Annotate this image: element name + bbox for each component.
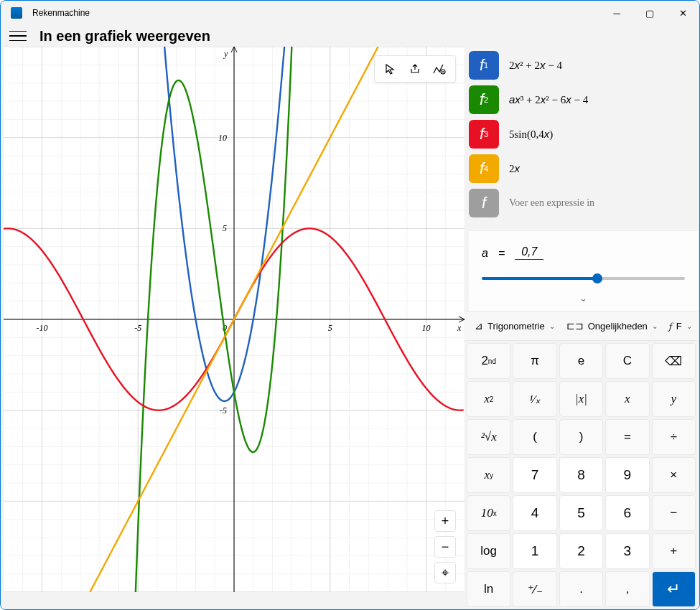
key-ln[interactable]: ln bbox=[467, 571, 510, 607]
key-x[interactable]: x2 bbox=[467, 381, 510, 417]
category-icon: 𝑓 bbox=[669, 320, 672, 332]
key-([interactable]: ( bbox=[513, 419, 556, 455]
key-4[interactable]: 4 bbox=[513, 495, 556, 531]
key-3[interactable]: 3 bbox=[605, 533, 649, 569]
category-label: F bbox=[676, 321, 682, 332]
key-1[interactable]: 1 bbox=[513, 533, 556, 569]
key-log[interactable]: log bbox=[467, 533, 510, 569]
key-y[interactable]: y bbox=[652, 381, 696, 417]
zoom-reset-button[interactable]: ⌖ bbox=[434, 562, 456, 583]
function-expression: 5sin(0,4x) bbox=[509, 128, 553, 141]
key-2[interactable]: 2nd bbox=[467, 343, 510, 379]
category-f[interactable]: 𝑓F⌄ bbox=[665, 320, 696, 332]
svg-text:10: 10 bbox=[422, 323, 431, 333]
function-expression: ax³ + 2x² − 6x − 4 bbox=[509, 93, 588, 106]
variable-value[interactable]: 0,7 bbox=[515, 245, 543, 260]
chevron-down-icon: ⌄ bbox=[549, 322, 555, 330]
key-⁺⁄₋[interactable]: ⁺⁄₋ bbox=[513, 571, 556, 607]
key-10[interactable]: 10x bbox=[467, 495, 510, 531]
svg-text:-5: -5 bbox=[220, 405, 227, 416]
svg-text:-5: -5 bbox=[134, 323, 141, 333]
function-chip[interactable]: f3 bbox=[469, 120, 499, 149]
graph-settings-icon[interactable] bbox=[429, 59, 449, 79]
content-row: -10-5510-55100xy + − ⌖ f12x² + 2x − 4f2a… bbox=[1, 47, 699, 609]
function-chip[interactable]: f1 bbox=[469, 51, 499, 80]
key-x[interactable]: x bbox=[605, 381, 649, 417]
chevron-down-icon: ⌄ bbox=[652, 322, 658, 330]
key-6[interactable]: 6 bbox=[605, 495, 649, 531]
close-button[interactable]: ✕ bbox=[666, 1, 699, 25]
svg-text:-10: -10 bbox=[37, 323, 48, 333]
zoom-controls: + − ⌖ bbox=[434, 510, 456, 583]
key-8[interactable]: 8 bbox=[559, 457, 603, 493]
minimize-button[interactable]: ─ bbox=[600, 1, 633, 25]
expand-chevron-icon[interactable]: ⌄ bbox=[482, 293, 685, 304]
key-+[interactable]: + bbox=[652, 533, 696, 569]
titlebar: Rekenmachine ─ ▢ ✕ bbox=[1, 1, 699, 25]
key-9[interactable]: 9 bbox=[605, 457, 649, 493]
category-label: Ongelijkheden bbox=[588, 321, 648, 332]
hamburger-button[interactable] bbox=[9, 27, 27, 44]
keypad: 2ndπeC⌫x2¹⁄ₓ|x|xy²√x()=÷xy789×10x456−log… bbox=[465, 341, 698, 609]
category-icon: ⊏⊐ bbox=[566, 320, 584, 332]
key-x[interactable]: xy bbox=[467, 457, 510, 493]
key-↵[interactable]: ↵ bbox=[652, 571, 696, 607]
maximize-button[interactable]: ▢ bbox=[633, 1, 666, 25]
function-expression: 2x² + 2x − 4 bbox=[509, 59, 562, 72]
share-tool-icon[interactable] bbox=[405, 59, 425, 79]
key-π[interactable]: π bbox=[513, 343, 556, 379]
function-row-1[interactable]: f12x² + 2x − 4 bbox=[469, 48, 698, 83]
svg-text:5: 5 bbox=[223, 223, 227, 233]
chevron-down-icon: ⌄ bbox=[686, 322, 692, 330]
key-−[interactable]: − bbox=[652, 495, 696, 531]
function-chip[interactable]: f4 bbox=[469, 154, 499, 183]
function-row-2[interactable]: f2ax³ + 2x² − 6x − 4 bbox=[469, 83, 698, 117]
graph-canvas[interactable]: -10-5510-55100xy + − ⌖ bbox=[4, 47, 465, 592]
zoom-out-button[interactable]: − bbox=[434, 536, 456, 558]
key-×[interactable]: × bbox=[652, 457, 696, 493]
key-=[interactable]: = bbox=[605, 419, 649, 455]
svg-text:x: x bbox=[457, 323, 462, 333]
function-row-empty[interactable]: fVoer een expressie in bbox=[469, 186, 698, 220]
category-icon: ⊿ bbox=[475, 320, 483, 332]
app-icon bbox=[11, 7, 22, 19]
graph-svg: -10-5510-55100xy bbox=[4, 47, 465, 592]
function-row-3[interactable]: f35sin(0,4x) bbox=[469, 117, 698, 151]
svg-point-81 bbox=[442, 71, 444, 72]
svg-text:10: 10 bbox=[218, 133, 227, 143]
category-label: Trigonometrie bbox=[487, 321, 545, 332]
key-¹⁄ₓ[interactable]: ¹⁄ₓ bbox=[513, 381, 556, 417]
variable-panel: a = 0,7 ⌄ bbox=[469, 230, 698, 311]
category-ongelijkheden[interactable]: ⊏⊐Ongelijkheden⌄ bbox=[562, 320, 662, 332]
key-²√x[interactable]: ²√x bbox=[467, 419, 510, 455]
function-list: f12x² + 2x − 4f2ax³ + 2x² − 6x − 4f35sin… bbox=[465, 47, 698, 226]
expression-placeholder: Voer een expressie in bbox=[509, 197, 594, 209]
key-⌫[interactable]: ⌫ bbox=[652, 343, 696, 379]
key-2[interactable]: 2 bbox=[559, 533, 603, 569]
key-C[interactable]: C bbox=[605, 343, 649, 379]
graph-toolbar bbox=[374, 55, 456, 83]
window-title: Rekenmachine bbox=[32, 8, 90, 18]
function-chip[interactable]: f2 bbox=[469, 85, 499, 114]
variable-slider[interactable] bbox=[482, 271, 685, 284]
category-trigonometrie[interactable]: ⊿Trigonometrie⌄ bbox=[470, 320, 559, 332]
variable-name: a bbox=[482, 247, 488, 260]
function-expression: 2x bbox=[509, 162, 520, 175]
key-7[interactable]: 7 bbox=[513, 457, 556, 493]
key-)[interactable]: ) bbox=[559, 419, 603, 455]
mode-header: In een grafiek weergeven bbox=[1, 25, 699, 47]
mode-title: In een grafiek weergeven bbox=[39, 28, 210, 44]
key-|x|[interactable]: |x| bbox=[559, 381, 603, 417]
key-e[interactable]: e bbox=[559, 343, 603, 379]
equals-sign: = bbox=[498, 247, 505, 260]
key-.[interactable]: . bbox=[559, 571, 603, 607]
function-row-4[interactable]: f42x bbox=[469, 151, 698, 186]
key-5[interactable]: 5 bbox=[559, 495, 603, 531]
function-chip-empty[interactable]: f bbox=[469, 189, 499, 217]
side-panel: f12x² + 2x − 4f2ax³ + 2x² − 6x − 4f35sin… bbox=[465, 47, 699, 609]
key-÷[interactable]: ÷ bbox=[652, 419, 696, 455]
cursor-tool-icon[interactable] bbox=[381, 59, 401, 79]
key-,[interactable]: , bbox=[605, 571, 649, 607]
svg-text:y: y bbox=[223, 49, 228, 59]
zoom-in-button[interactable]: + bbox=[434, 510, 456, 532]
